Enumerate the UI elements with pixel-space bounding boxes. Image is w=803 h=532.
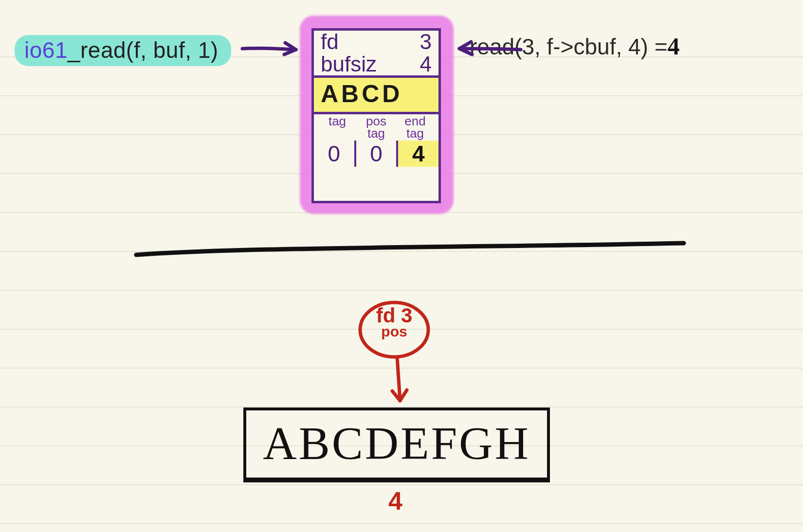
io61-file-struct: fd 3 bufsiz 4 ABCD tag pos tag end tag 0… (311, 28, 441, 203)
struct-bufsiz-label: bufsiz (321, 53, 377, 75)
syscall-label: read(3, f->cbuf, 4) =4 (470, 32, 680, 60)
struct-col-label-tag: tag (318, 115, 357, 139)
struct-cbuf-contents: ABCD (314, 78, 438, 112)
ruled-line (0, 251, 803, 252)
file-contents-box: ABCDEFGH (243, 408, 550, 480)
fdpos-line2: pos (363, 325, 426, 338)
struct-postag-value: 0 (354, 141, 397, 167)
diagram-canvas: io61_read(f, buf, 1) read(3, f->cbuf, 4)… (0, 0, 803, 532)
struct-endtag-value: 4 (396, 141, 438, 167)
callsite-label: io61_read(f, buf, 1) (15, 35, 231, 66)
syscall-eq: = (648, 34, 668, 59)
ruled-line (0, 484, 803, 485)
syscall-text: read(3, f->cbuf, 4) (470, 34, 648, 59)
struct-fd-value: 3 (420, 31, 432, 53)
ruled-line (0, 290, 803, 291)
struct-col-label-postag: pos tag (357, 115, 396, 139)
syscall-return: 4 (668, 33, 680, 60)
struct-fd-label: fd (321, 31, 339, 53)
struct-row-bufsiz: bufsiz 4 (314, 53, 438, 75)
struct-bufsiz-value: 4 (420, 53, 432, 75)
struct-tag-values: 0 0 4 (314, 140, 438, 170)
arrow-callsite-to-struct-icon (242, 43, 296, 54)
ruled-line (0, 523, 803, 524)
arrow-fdpos-to-file-icon (392, 357, 407, 401)
struct-tag-labels: tag pos tag end tag (314, 114, 438, 139)
file-pos-index: 4 (388, 486, 402, 515)
struct-col-label-endtag: end tag (396, 115, 435, 139)
struct-row-fd: fd 3 (314, 31, 438, 53)
ruled-line (0, 368, 803, 369)
struct-tag-value: 0 (314, 141, 354, 167)
callsite-fn: io61 (24, 37, 68, 63)
section-divider-line (136, 243, 684, 255)
kernel-fd-pos-label: fd 3 pos (363, 306, 426, 338)
callsite-rest: _read(f, buf, 1) (68, 37, 219, 63)
